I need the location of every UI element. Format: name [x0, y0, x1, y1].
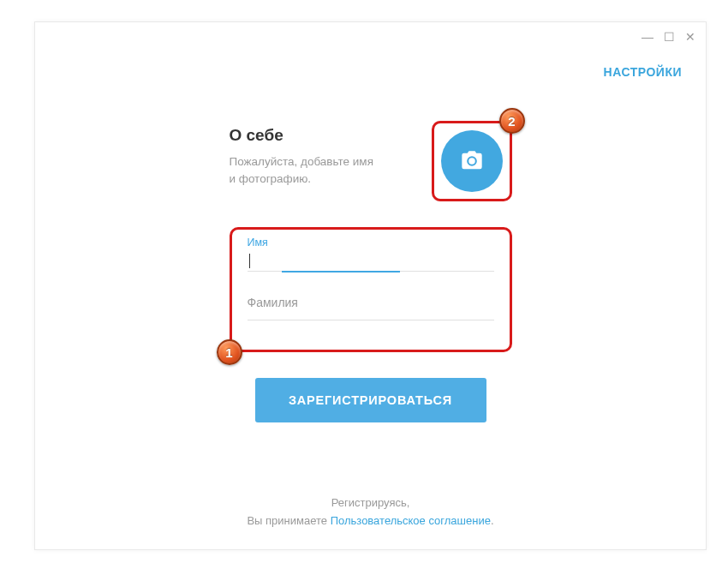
page-subtitle: Пожалуйста, добавьте имя и фотографию.	[230, 153, 425, 189]
annotation-badge-2: 2	[499, 108, 525, 134]
footer-line2-suffix: .	[491, 514, 494, 527]
register-button[interactable]: ЗАРЕГИСТРИРОВАТЬСЯ	[255, 378, 486, 422]
add-photo-button[interactable]	[441, 130, 503, 192]
footer-line2-prefix: Вы принимаете	[247, 514, 330, 527]
close-icon[interactable]: ✕	[685, 31, 695, 43]
minimize-icon[interactable]: —	[641, 31, 653, 43]
agreement-link[interactable]: Пользовательское соглашение	[331, 514, 491, 527]
settings-link[interactable]: НАСТРОЙКИ	[604, 65, 682, 79]
active-underline	[282, 271, 400, 273]
annotation-badge-1: 1	[217, 339, 242, 365]
signup-content: О себе Пожалуйста, добавьте имя и фотогр…	[230, 121, 512, 422]
photo-highlight-box: 2	[432, 121, 512, 201]
maximize-icon[interactable]: ☐	[664, 31, 675, 43]
last-name-group: Фамилия	[248, 290, 494, 320]
camera-icon	[460, 149, 484, 173]
footer-line1: Регистрируясь,	[331, 496, 410, 509]
first-name-input[interactable]	[248, 242, 494, 272]
window-controls: — ☐ ✕	[641, 31, 695, 43]
last-name-label: Фамилия	[248, 296, 298, 309]
header-text: О себе Пожалуйста, добавьте имя и фотогр…	[230, 121, 425, 189]
page-title: О себе	[230, 126, 425, 145]
first-name-label: Имя	[248, 237, 268, 249]
text-cursor	[249, 254, 250, 268]
subtitle-line2: и фотографию.	[230, 172, 312, 185]
app-window: — ☐ ✕ НАСТРОЙКИ О себе Пожалуйста, добав…	[34, 21, 707, 550]
inputs-highlight-box: Имя Фамилия 1	[230, 227, 512, 352]
first-name-group: Имя	[248, 242, 494, 272]
footer-text: Регистрируясь, Вы принимаете Пользовател…	[35, 494, 706, 530]
header-row: О себе Пожалуйста, добавьте имя и фотогр…	[230, 121, 512, 201]
subtitle-line1: Пожалуйста, добавьте имя	[230, 155, 373, 168]
